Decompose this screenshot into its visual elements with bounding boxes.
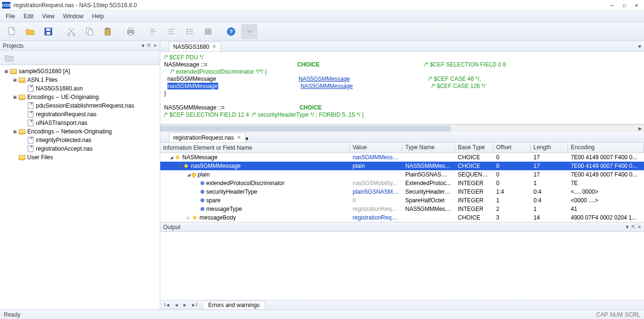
nav-next-icon[interactable]: ► <box>182 302 189 308</box>
tree-item[interactable]: ulNASTransport.nas <box>1 119 159 127</box>
grid-row[interactable]: ▷messageBodyregistrationRequ...CHOICE314… <box>160 213 644 222</box>
open-button[interactable] <box>22 24 38 39</box>
row-offset: 0 <box>493 163 531 169</box>
tree-item[interactable]: ▣Encodings -- Network-Originating <box>1 127 159 136</box>
grid-row[interactable]: extendedProtocolDiscriminatornas5GSMobil… <box>160 179 644 187</box>
code-editor[interactable]: /* $CEF PDU */ NASMessage ::= CHOICE /* … <box>160 52 644 124</box>
format-2-button[interactable] <box>164 24 180 39</box>
minimize-button[interactable]: — <box>611 2 614 9</box>
output-area[interactable] <box>160 232 644 300</box>
copy-button[interactable] <box>81 24 98 39</box>
tree-item[interactable]: ▣Encodings -- UE-Originating <box>1 93 159 101</box>
menu-help[interactable]: Help <box>92 13 104 20</box>
status-ready: Ready <box>4 311 21 318</box>
grid-tabs-dropdown-icon[interactable]: ▾ <box>245 135 248 142</box>
grid-row[interactable]: spare0SpareHalfOctetINTEGER10:4<0000 ...… <box>160 196 644 205</box>
editor-tab-label: NAS5GS1680 <box>173 44 209 50</box>
output-close-icon[interactable]: ✕ <box>637 224 641 230</box>
row-twisty-icon[interactable]: ◢ <box>177 164 183 168</box>
col-value[interactable]: Value <box>350 143 402 153</box>
tree-twisty-icon[interactable]: ▣ <box>11 95 18 99</box>
output-tab[interactable]: Errors and warnings <box>203 301 265 309</box>
output-pin-icon[interactable]: ⇱ <box>632 224 635 230</box>
row-encoding: 7E00 4149 0007 F400 0... <box>568 163 644 169</box>
projects-header: Projects ▼ ⇱ ✕ <box>0 41 160 51</box>
col-type[interactable]: Type Name <box>402 143 455 153</box>
format-1-button[interactable] <box>145 24 162 39</box>
nav-prev-icon[interactable]: ◄ <box>173 302 180 308</box>
svg-rect-9 <box>106 27 109 29</box>
grid-tab-close-icon[interactable]: ✕ <box>237 134 241 141</box>
svg-point-20 <box>187 31 188 32</box>
editor-tab-close-icon[interactable]: ✕ <box>212 44 216 50</box>
menu-file[interactable]: File <box>6 13 15 20</box>
toolbar-overflow[interactable] <box>241 24 257 39</box>
tree-twisty-icon[interactable]: ▣ <box>3 69 10 74</box>
tree-item[interactable]: integrityProtected.nas <box>1 136 159 144</box>
menu-edit[interactable]: Edit <box>23 13 33 20</box>
col-length[interactable]: Length <box>531 143 568 153</box>
app-logo: OSS <box>2 2 11 9</box>
tree-item[interactable]: registrationRequest.nas <box>1 110 159 119</box>
projects-pin-icon[interactable]: ⇱ <box>147 43 151 48</box>
scroll-thumb[interactable] <box>160 126 451 132</box>
grid-tab[interactable]: registrationRequest.nas ✕ <box>169 132 245 142</box>
row-type: Plain5GSNASMe... <box>402 171 455 178</box>
tree-item[interactable]: pduSessionEstablishmentRequest.nas <box>1 101 159 110</box>
editor-hscrollbar[interactable]: ◄ ► <box>160 124 644 132</box>
format-4-button[interactable] <box>200 24 216 39</box>
tree-item-label: User Files <box>27 154 53 161</box>
status-num: NUM <box>610 311 623 318</box>
format-3-button[interactable] <box>182 24 198 39</box>
tree-item[interactable]: ▣ASN.1 Files <box>1 76 159 84</box>
menu-view[interactable]: View <box>42 13 55 20</box>
tree-item[interactable]: NAS5GS1680.asn <box>1 84 159 93</box>
cut-button[interactable] <box>63 24 79 39</box>
tree-twisty-icon[interactable]: ▣ <box>11 77 18 82</box>
col-base[interactable]: Base Type <box>455 143 493 153</box>
grid-row[interactable]: messageTyperegistrationRequ...NAS5GMMMes… <box>160 205 644 213</box>
projects-dropdown-icon[interactable]: ▼ <box>141 43 145 48</box>
tree-item[interactable]: registrationAccept.nas <box>1 144 159 153</box>
col-name[interactable]: Information Element or Field Name <box>160 143 350 153</box>
projects-open-button[interactable] <box>3 52 15 64</box>
grid-row[interactable]: securityHeaderTypeplain5GSNASMe...Securi… <box>160 187 644 196</box>
nav-first-icon[interactable]: I◄ <box>163 302 171 308</box>
svg-rect-12 <box>129 33 132 35</box>
menu-window[interactable]: Window <box>63 13 84 20</box>
tree-item-label: Encodings -- UE-Originating <box>27 94 99 100</box>
tree-item[interactable]: ▣sample5GS1680 [A] <box>1 67 159 76</box>
close-button[interactable]: ✕ <box>635 2 638 9</box>
output-dropdown-icon[interactable]: ▼ <box>625 224 630 230</box>
editor-tab[interactable]: NAS5GS1680 ✕ <box>169 42 221 51</box>
row-base: INTEGER <box>455 180 493 187</box>
tree-item[interactable]: User Files <box>1 153 159 162</box>
tree-item-label: sample5GS1680 [A] <box>19 68 70 75</box>
new-file-button[interactable] <box>4 24 20 39</box>
grid-row[interactable]: ◢NASMessagenas5GMMMessa...CHOICE0177E00 … <box>160 153 644 162</box>
projects-close-icon[interactable]: ✕ <box>153 43 157 48</box>
type-seq-icon <box>191 172 196 177</box>
row-twisty-icon[interactable]: ▷ <box>185 215 192 220</box>
save-button[interactable] <box>40 24 56 39</box>
editor-tabs-dropdown-icon[interactable]: ▾ <box>638 43 641 50</box>
projects-tree[interactable]: ▣sample5GS1680 [A]▣ASN.1 FilesNAS5GS1680… <box>0 65 160 309</box>
type-leaf-icon <box>200 190 204 194</box>
tree-item-label: registrationAccept.nas <box>36 145 93 152</box>
grid-row[interactable]: ◢plainPlain5GSNASMe...SEQUENCE0177E00 41… <box>160 170 644 179</box>
grid-row[interactable]: ◢nas5GMMMessageplainNAS5GMMMess...CHOICE… <box>160 162 644 170</box>
grid-body[interactable]: ◢NASMessagenas5GMMMessa...CHOICE0177E00 … <box>160 153 644 222</box>
row-twisty-icon[interactable]: ◢ <box>168 155 175 160</box>
print-button[interactable] <box>122 24 139 39</box>
row-length: 14 <box>531 214 568 221</box>
help-button[interactable]: ? <box>223 24 239 39</box>
nav-last-icon[interactable]: ►I <box>190 302 199 308</box>
scroll-right-icon[interactable]: ► <box>636 125 644 132</box>
col-encoding[interactable]: Encoding <box>568 143 644 153</box>
paste-button[interactable] <box>100 24 116 39</box>
type-choice-icon <box>175 154 180 160</box>
tree-twisty-icon[interactable]: ▣ <box>11 129 18 134</box>
col-offset[interactable]: Offset <box>493 143 531 153</box>
folder-icon <box>18 128 26 135</box>
maximize-button[interactable]: ☐ <box>623 2 626 9</box>
